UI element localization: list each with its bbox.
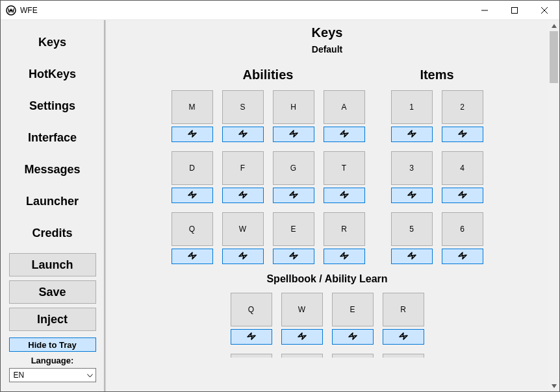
spellbook-key-button[interactable]	[383, 354, 424, 358]
nav-hotkeys[interactable]: HotKeys	[1, 58, 104, 90]
lightning-icon	[186, 129, 199, 141]
items-key-button[interactable]: 3	[391, 151, 433, 185]
items-autocast-button[interactable]	[391, 249, 433, 264]
lightning-icon	[236, 190, 249, 202]
hide-to-tray-button[interactable]: Hide to Tray	[9, 337, 96, 352]
items-autocast-button[interactable]	[391, 127, 433, 142]
language-select[interactable]: EN	[9, 368, 96, 382]
abilities-key-button[interactable]: R	[324, 212, 365, 246]
abilities-key-button[interactable]: E	[273, 212, 314, 246]
spellbook-title: Spellbook / Ability Learn	[106, 273, 548, 285]
minimize-button[interactable]	[470, 1, 500, 20]
nav-interface[interactable]: Interface	[1, 122, 104, 154]
vertical-scrollbar[interactable]	[548, 20, 559, 391]
abilities-key-button[interactable]: G	[273, 151, 314, 185]
sidebar: Keys HotKeys Settings Interface Messages…	[1, 20, 106, 391]
lightning-icon	[397, 331, 410, 343]
abilities-section: Abilities MSHADFGTQWER	[172, 67, 365, 264]
spellbook-key-button[interactable]: Q	[231, 293, 272, 326]
abilities-cell: R	[324, 212, 365, 264]
launch-button[interactable]: Launch	[9, 253, 96, 276]
abilities-autocast-button[interactable]	[172, 127, 213, 142]
abilities-autocast-button[interactable]	[222, 188, 264, 203]
items-key-button[interactable]: 4	[442, 151, 483, 185]
lightning-icon	[456, 129, 469, 141]
titlebar: WFE	[1, 1, 559, 20]
items-autocast-button[interactable]	[391, 188, 433, 203]
abilities-key-button[interactable]: M	[172, 90, 213, 124]
lightning-icon	[338, 251, 351, 263]
items-key-button[interactable]: 5	[391, 212, 433, 246]
spellbook-key-button[interactable]: E	[332, 293, 374, 326]
abilities-cell: T	[324, 151, 365, 203]
spellbook-autocast-button[interactable]	[383, 329, 424, 345]
spellbook-key-button[interactable]: W	[281, 293, 323, 326]
spellbook-autocast-button[interactable]	[332, 329, 374, 345]
lightning-icon	[405, 190, 418, 202]
lightning-icon	[456, 251, 469, 263]
items-autocast-button[interactable]	[442, 127, 483, 142]
lightning-icon	[287, 129, 300, 141]
inject-button[interactable]: Inject	[9, 308, 96, 331]
abilities-autocast-button[interactable]	[324, 188, 365, 203]
spellbook-key-button[interactable]: R	[383, 293, 424, 326]
spellbook-cell	[281, 354, 323, 358]
spellbook-autocast-button[interactable]	[231, 329, 272, 345]
abilities-cell: Q	[172, 212, 213, 264]
nav-launcher[interactable]: Launcher	[1, 186, 104, 217]
items-key-button[interactable]: 1	[391, 90, 433, 124]
spellbook-cell: E	[332, 293, 374, 345]
save-button[interactable]: Save	[9, 280, 96, 304]
abilities-key-button[interactable]: T	[324, 151, 365, 185]
items-section: Items 123456	[391, 67, 483, 264]
app-icon	[6, 5, 16, 16]
abilities-autocast-button[interactable]	[273, 127, 314, 142]
abilities-autocast-button[interactable]	[273, 188, 314, 203]
abilities-autocast-button[interactable]	[222, 249, 264, 264]
abilities-key-button[interactable]: S	[222, 90, 264, 124]
nav-credits[interactable]: Credits	[1, 217, 104, 249]
nav-messages[interactable]: Messages	[1, 154, 104, 186]
items-cell: 4	[442, 151, 483, 203]
abilities-key-button[interactable]: Q	[172, 212, 213, 246]
items-autocast-button[interactable]	[442, 249, 483, 264]
lightning-icon	[186, 190, 199, 202]
abilities-autocast-button[interactable]	[172, 188, 213, 203]
content-panel: Keys Default Abilities MSHADFGTQWER Item…	[106, 20, 548, 358]
abilities-key-button[interactable]: H	[273, 90, 314, 124]
abilities-cell: M	[172, 90, 213, 142]
spellbook-key-button[interactable]	[332, 354, 374, 358]
language-label: Language:	[31, 356, 74, 365]
abilities-autocast-button[interactable]	[172, 249, 213, 264]
nav-settings[interactable]: Settings	[1, 90, 104, 122]
lightning-icon	[236, 251, 249, 263]
spellbook-key-button[interactable]	[281, 354, 323, 358]
maximize-button[interactable]	[500, 1, 529, 20]
spellbook-key-button[interactable]	[231, 354, 272, 358]
scroll-thumb[interactable]	[550, 31, 558, 83]
lightning-icon	[296, 331, 309, 343]
abilities-key-button[interactable]: D	[172, 151, 213, 185]
spellbook-cell: R	[383, 293, 424, 345]
items-cell: 3	[391, 151, 433, 203]
scroll-down-button[interactable]	[548, 380, 559, 391]
scroll-up-button[interactable]	[548, 20, 559, 31]
items-cell: 1	[391, 90, 433, 142]
abilities-key-button[interactable]: F	[222, 151, 264, 185]
language-value: EN	[14, 371, 25, 380]
abilities-autocast-button[interactable]	[324, 127, 365, 142]
abilities-key-button[interactable]: W	[222, 212, 264, 246]
nav-keys[interactable]: Keys	[1, 27, 104, 58]
items-key-button[interactable]: 6	[442, 212, 483, 246]
abilities-key-button[interactable]: A	[324, 90, 365, 124]
abilities-autocast-button[interactable]	[273, 249, 314, 264]
lightning-icon	[405, 251, 418, 263]
chevron-down-icon	[87, 371, 93, 380]
spellbook-autocast-button[interactable]	[281, 329, 323, 345]
items-key-button[interactable]: 2	[442, 90, 483, 124]
abilities-autocast-button[interactable]	[324, 249, 365, 264]
close-button[interactable]	[529, 1, 559, 20]
lightning-icon	[287, 190, 300, 202]
abilities-autocast-button[interactable]	[222, 127, 264, 142]
items-autocast-button[interactable]	[442, 188, 483, 203]
